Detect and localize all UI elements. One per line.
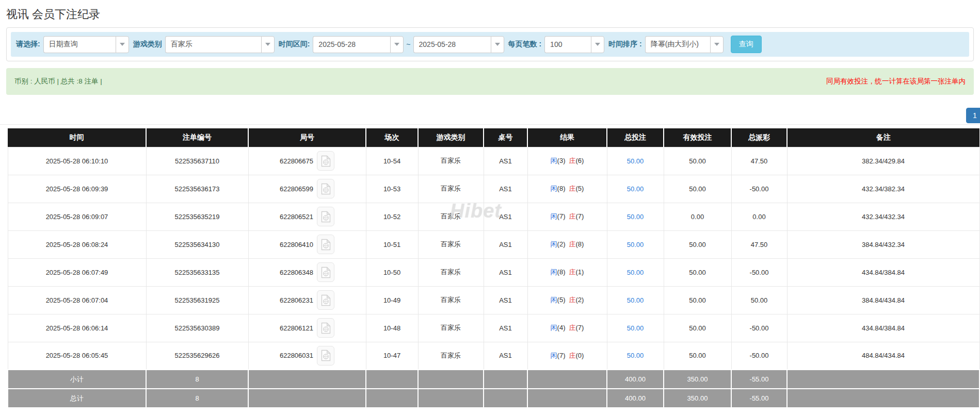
game-type-value[interactable]: 百家乐 <box>165 36 261 53</box>
summary-valid-bet-cell: 350.00 <box>664 370 731 389</box>
table-no-cell: AS1 <box>484 203 527 230</box>
date-from-picker[interactable]: 2025-05-28 <box>313 36 404 53</box>
header-session: 场次 <box>366 128 418 147</box>
query-type-caret-button[interactable] <box>116 36 129 53</box>
header-result: 结果 <box>527 128 607 147</box>
video-record-icon[interactable] <box>317 346 334 366</box>
total-bet-link[interactable]: 50.00 <box>627 324 644 332</box>
player-result-score: (4) <box>557 324 566 331</box>
banker-result-score: (1) <box>576 268 584 276</box>
total-bet-link[interactable]: 50.00 <box>627 269 644 276</box>
same-round-notice-text: 同局有效投注，统一计算在该局第一张注单内 <box>826 77 966 86</box>
player-result-score: (7) <box>557 352 566 359</box>
time-cell: 2025-05-28 06:10:10 <box>8 147 146 175</box>
banker-result-score: (6) <box>576 157 584 164</box>
result-cell: 闲(7)庄(0) <box>527 342 607 370</box>
header-bet-id: 注单编号 <box>146 128 248 147</box>
total-bet-cell: 50.00 <box>607 147 664 175</box>
date-from-value[interactable]: 2025-05-28 <box>313 36 390 53</box>
player-result-label: 闲 <box>551 212 557 220</box>
remark-cell: 432.34/382.34 <box>787 175 979 203</box>
chevron-down-icon <box>714 43 719 46</box>
time-sort-value[interactable]: 降幂(由大到小) <box>645 36 710 53</box>
time-cell: 2025-05-28 06:05:45 <box>8 342 146 370</box>
round-id-cell: 622806410 <box>248 230 366 258</box>
video-record-icon[interactable] <box>317 290 334 310</box>
date-from-caret-button[interactable] <box>390 36 404 53</box>
page-size-caret-button[interactable] <box>591 36 604 53</box>
header-table-no: 桌号 <box>484 128 527 147</box>
table-no-cell: AS1 <box>484 286 527 314</box>
payout-cell: -50.00 <box>731 342 787 370</box>
round-id-cell: 622806521 <box>248 203 366 230</box>
banker-result-label: 庄 <box>569 324 576 331</box>
query-type-value[interactable]: 日期查询 <box>43 36 116 53</box>
table-no-cell: AS1 <box>484 230 527 258</box>
time-range-label: 时间区间: <box>279 40 310 49</box>
date-to-picker[interactable]: 2025-05-28 <box>413 36 504 53</box>
query-type-select[interactable]: 日期查询 <box>43 36 129 53</box>
video-record-icon[interactable] <box>317 235 334 254</box>
table-row: 2025-05-28 06:07:49 522535633135 6228063… <box>8 258 979 286</box>
payout-cell: -50.00 <box>731 175 787 203</box>
video-record-icon[interactable] <box>317 262 334 282</box>
game-type-cell: 百家乐 <box>418 286 484 314</box>
date-to-value[interactable]: 2025-05-28 <box>413 36 491 53</box>
player-result-label: 闲 <box>551 268 557 276</box>
table-row: 2025-05-28 06:09:39 522535636173 6228065… <box>8 175 979 203</box>
table-header-row: 时间 注单编号 局号 场次 游戏类别 桌号 结果 总投注 有效投注 总派彩 备注 <box>8 128 979 147</box>
round-id-text: 622806031 <box>280 352 313 359</box>
remark-cell: 484.84/434.84 <box>787 342 979 370</box>
page-size-select[interactable]: 100 <box>544 36 604 53</box>
banker-result-label: 庄 <box>569 212 576 220</box>
time-sort-caret-button[interactable] <box>710 36 724 53</box>
valid-bet-cell: 50.00 <box>664 175 731 203</box>
summary-label-cell: 总计 <box>8 389 146 408</box>
game-type-caret-button[interactable] <box>261 36 275 53</box>
table-row: 2025-05-28 06:05:45 522535629626 6228060… <box>8 342 979 370</box>
summary-total-bet-cell: 400.00 <box>607 389 664 408</box>
time-cell: 2025-05-28 06:09:07 <box>8 203 146 230</box>
pagination-page-1-button[interactable]: 1 <box>966 108 980 123</box>
total-bet-link[interactable]: 50.00 <box>627 241 644 248</box>
time-cell: 2025-05-28 06:06:14 <box>8 314 146 342</box>
search-button[interactable]: 查询 <box>731 36 762 53</box>
total-bet-link[interactable]: 50.00 <box>627 185 644 193</box>
session-cell: 10-51 <box>366 230 418 258</box>
round-id-cell: 622806121 <box>248 314 366 342</box>
valid-bet-cell: 50.00 <box>664 342 731 370</box>
date-to-caret-button[interactable] <box>491 36 504 53</box>
time-sort-select[interactable]: 降幂(由大到小) <box>645 36 724 53</box>
total-bet-link[interactable]: 50.00 <box>627 352 644 359</box>
bet-id-cell: 522535634130 <box>146 230 248 258</box>
filter-strip: 请选择: 日期查询 游戏类别 百家乐 时间区间: 2025-05-28 ~ 20… <box>11 32 969 57</box>
remark-cell: 434.84/384.84 <box>787 314 979 342</box>
result-cell: 闲(4)庄(7) <box>527 314 607 342</box>
header-remark: 备注 <box>787 128 979 147</box>
round-id-cell: 622806675 <box>248 147 366 175</box>
date-range-separator: ~ <box>406 40 410 48</box>
table-no-cell: AS1 <box>484 258 527 286</box>
chevron-down-icon <box>495 43 500 46</box>
video-record-icon[interactable] <box>317 151 334 171</box>
header-game-type: 游戏类别 <box>418 128 484 147</box>
video-record-icon[interactable] <box>317 318 334 338</box>
round-id-text: 622806348 <box>280 269 313 276</box>
video-record-icon[interactable] <box>317 179 334 198</box>
total-bet-link[interactable]: 50.00 <box>627 213 644 221</box>
bet-table-body: 2025-05-28 06:10:10 522535637110 6228066… <box>8 147 979 370</box>
video-record-icon[interactable] <box>317 207 334 226</box>
table-no-cell: AS1 <box>484 147 527 175</box>
banker-result-score: (5) <box>576 185 584 192</box>
page-size-value[interactable]: 100 <box>544 36 591 53</box>
game-type-select[interactable]: 百家乐 <box>165 36 275 53</box>
session-cell: 10-47 <box>366 342 418 370</box>
time-sort-label: 时间排序 : <box>608 40 642 49</box>
banker-result-score: (0) <box>576 352 584 359</box>
total-bet-link[interactable]: 50.00 <box>627 296 644 304</box>
select-type-label: 请选择: <box>16 40 40 49</box>
summary-payout-cell: -55.00 <box>731 370 787 389</box>
divider <box>0 124 980 125</box>
valid-bet-cell: 0.00 <box>664 203 731 230</box>
total-bet-link[interactable]: 50.00 <box>627 157 644 165</box>
